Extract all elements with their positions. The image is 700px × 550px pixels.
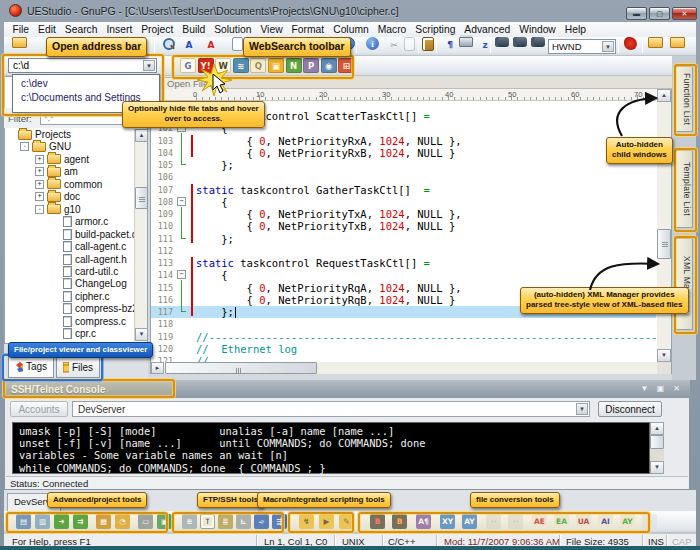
- tree-item[interactable]: ChangeLog: [50, 277, 127, 290]
- expander-icon[interactable]: -: [20, 142, 29, 151]
- menu-insert[interactable]: Insert: [102, 24, 137, 35]
- code-area[interactable]: 101static taskcontrol ScatterTaskCtl[] =…: [151, 101, 656, 362]
- tool-icon[interactable]: AI: [598, 514, 613, 529]
- tree-item[interactable]: cpr.c: [50, 327, 96, 340]
- websearch-8-icon[interactable]: P: [303, 58, 319, 73]
- menu-edit[interactable]: Edit: [34, 24, 61, 35]
- mag-icon[interactable]: [161, 37, 174, 50]
- tab-xml-manager[interactable]: XML Manager: [675, 238, 693, 330]
- terminal-output[interactable]: umask [-p] [-S] [mode] unalias [-a] name…: [12, 422, 650, 474]
- tab-tags[interactable]: Tags: [8, 355, 54, 378]
- tree-item[interactable]: call-agent.c: [50, 240, 126, 253]
- menu-search[interactable]: Search: [60, 24, 102, 35]
- scroll-up-icon[interactable]: ▲: [657, 89, 671, 102]
- tree-item[interactable]: -g10: [35, 203, 81, 216]
- tool-icon[interactable]: ▤: [16, 514, 31, 529]
- editor-vscroll-thumb[interactable]: [657, 229, 671, 259]
- tool-icon[interactable]: ⊺: [200, 514, 215, 529]
- binoc-icon[interactable]: [495, 37, 509, 47]
- menu-advanced[interactable]: Advanced: [460, 24, 515, 35]
- address-dropdown-arrow[interactable]: ▼: [143, 60, 155, 71]
- tree-item[interactable]: call-agent.h: [50, 253, 127, 266]
- tree-item[interactable]: compress-bz2.c: [50, 302, 135, 315]
- tool-icon[interactable]: ✂: [386, 37, 402, 52]
- websearch-6-icon[interactable]: ▣: [268, 58, 284, 73]
- tree-item[interactable]: cipher.c: [50, 290, 109, 303]
- tool-icon[interactable]: AE: [532, 514, 547, 529]
- tab-function-list[interactable]: Function List: [675, 66, 693, 132]
- menu-macro[interactable]: Macro: [373, 24, 411, 35]
- menu-view[interactable]: View: [256, 24, 287, 35]
- websearch-10-icon[interactable]: ⊞: [338, 58, 354, 73]
- tool-icon[interactable]: B: [392, 514, 407, 529]
- tool-icon[interactable]: A¶: [416, 514, 431, 529]
- fold-collapse-icon[interactable]: −: [177, 197, 186, 206]
- paste-icon[interactable]: [422, 37, 434, 51]
- menu-help[interactable]: Help: [560, 24, 590, 35]
- tree-scrollbar[interactable]: ▲ ▼: [134, 129, 147, 341]
- tree-item[interactable]: -GNU: [20, 140, 71, 153]
- disconnect-button[interactable]: Disconnect: [598, 401, 662, 417]
- accounts-button[interactable]: Accounts: [10, 401, 68, 417]
- tree-item[interactable]: +common: [35, 178, 102, 191]
- tool-icon[interactable]: ▭: [138, 514, 153, 529]
- scroll-down-icon[interactable]: ▼: [135, 328, 148, 341]
- tool-icon[interactable]: AY: [462, 514, 477, 529]
- tab-template-list[interactable]: Template List: [675, 150, 693, 228]
- scroll-down-icon[interactable]: ▼: [657, 349, 671, 362]
- tool-icon[interactable]: ▦: [96, 514, 111, 529]
- websearch-5-icon[interactable]: Q: [250, 58, 266, 73]
- console-pin-icon[interactable]: ▣: [654, 383, 667, 395]
- expander-icon[interactable]: -: [35, 205, 44, 214]
- tool-icon[interactable]: ➜: [54, 514, 69, 529]
- tool-icon[interactable]: ··: [486, 514, 501, 529]
- editor-hscroll-thumb[interactable]: [165, 362, 317, 374]
- address-item[interactable]: c:\dev: [13, 75, 159, 89]
- tool-icon[interactable]: UA: [576, 514, 591, 529]
- binoc-icon[interactable]: [513, 37, 527, 47]
- minimize-button[interactable]: ▬: [626, 7, 647, 20]
- expander-icon[interactable]: +: [35, 167, 44, 176]
- tool-icon[interactable]: ≡: [182, 514, 197, 529]
- open-files-tab[interactable]: Open Files: [158, 77, 222, 89]
- tool-icon[interactable]: B: [370, 514, 385, 529]
- terminal-scroll-thumb[interactable]: [650, 435, 664, 449]
- expander-icon[interactable]: +: [35, 192, 44, 201]
- console-close-icon[interactable]: ✕: [670, 383, 683, 395]
- info-icon[interactable]: i: [366, 37, 379, 50]
- tool-icon[interactable]: A: [203, 37, 219, 52]
- page-icon[interactable]: [404, 37, 415, 51]
- scroll-down-icon[interactable]: ▼: [650, 461, 664, 474]
- menu-format[interactable]: Format: [287, 24, 329, 35]
- tool-icon[interactable]: AY: [620, 514, 635, 529]
- tool-icon[interactable]: XY: [440, 514, 455, 529]
- menu-column[interactable]: Column: [329, 24, 373, 35]
- tool-icon[interactable]: ⇉: [73, 514, 88, 529]
- tool-icon[interactable]: ≣: [218, 514, 233, 529]
- binoc-icon[interactable]: [531, 37, 545, 47]
- scroll-up-icon[interactable]: ▲: [650, 422, 664, 435]
- folder-icon[interactable]: [670, 37, 685, 48]
- editor-hscrollbar[interactable]: ◄ ►: [151, 362, 657, 374]
- print-icon[interactable]: [459, 37, 473, 47]
- red-icon[interactable]: [624, 37, 637, 50]
- tool-icon[interactable]: ··: [642, 514, 657, 529]
- tool-icon[interactable]: EA: [554, 514, 569, 529]
- scroll-up-icon[interactable]: ▲: [135, 129, 148, 142]
- websearch-1-icon[interactable]: G: [180, 58, 196, 73]
- websearch-9-icon[interactable]: ◉: [321, 58, 337, 73]
- tool-icon[interactable]: ¶: [442, 37, 458, 52]
- menu-scripting[interactable]: Scripting: [411, 24, 460, 35]
- menu-file[interactable]: File: [8, 24, 34, 35]
- address-bar-input[interactable]: c:\d▼: [8, 58, 157, 73]
- menu-build[interactable]: Build: [178, 24, 210, 35]
- page-icon[interactable]: [232, 37, 243, 51]
- tree-item[interactable]: armor.c: [50, 215, 108, 228]
- editor-vscrollbar[interactable]: ▲ ▼: [657, 89, 671, 362]
- tree-item[interactable]: compress.c: [50, 315, 126, 328]
- tool-icon[interactable]: ··: [508, 514, 523, 529]
- expander-icon[interactable]: +: [35, 180, 44, 189]
- scroll-right-icon[interactable]: ►: [151, 362, 164, 374]
- tool-icon[interactable]: ▶: [319, 514, 334, 529]
- tree-item[interactable]: build-packet.c: [50, 228, 135, 241]
